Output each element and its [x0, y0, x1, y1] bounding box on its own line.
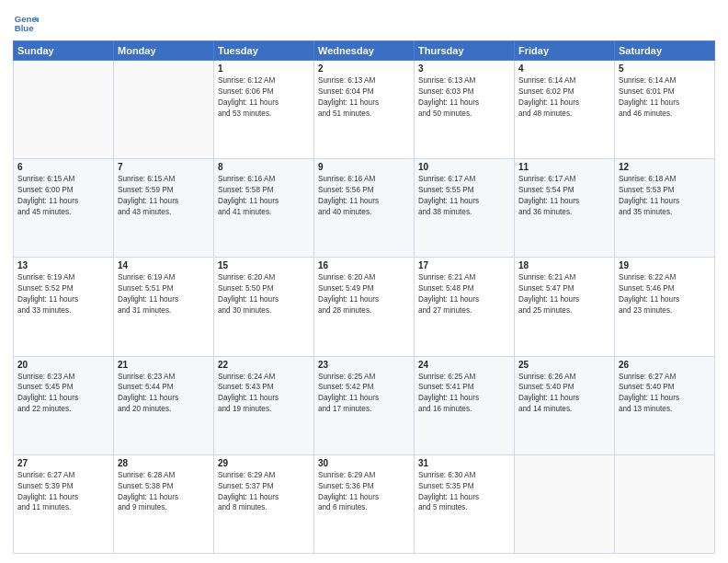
- cell-info: Sunrise: 6:16 AM Sunset: 5:58 PM Dayligh…: [218, 174, 310, 218]
- day-header-saturday: Saturday: [615, 41, 715, 61]
- day-header-wednesday: Wednesday: [314, 41, 415, 61]
- day-number: 1: [218, 63, 310, 74]
- day-number: 29: [218, 458, 310, 468]
- day-number: 15: [218, 260, 310, 270]
- cell-info: Sunrise: 6:14 AM Sunset: 6:01 PM Dayligh…: [619, 75, 711, 120]
- calendar-cell: 23Sunrise: 6:25 AM Sunset: 5:42 PM Dayli…: [314, 356, 415, 454]
- calendar-cell: 30Sunrise: 6:29 AM Sunset: 5:36 PM Dayli…: [314, 454, 415, 553]
- day-number: 18: [518, 260, 610, 270]
- cell-info: Sunrise: 6:22 AM Sunset: 5:46 PM Dayligh…: [619, 272, 711, 316]
- cell-info: Sunrise: 6:13 AM Sunset: 6:03 PM Dayligh…: [418, 75, 510, 120]
- calendar-cell: 5Sunrise: 6:14 AM Sunset: 6:01 PM Daylig…: [615, 61, 715, 159]
- day-number: 5: [619, 63, 711, 74]
- cell-info: Sunrise: 6:12 AM Sunset: 6:06 PM Dayligh…: [218, 75, 310, 120]
- calendar-cell: 29Sunrise: 6:29 AM Sunset: 5:37 PM Dayli…: [214, 454, 314, 553]
- cell-info: Sunrise: 6:28 AM Sunset: 5:38 PM Dayligh…: [118, 470, 210, 514]
- calendar-cell: 14Sunrise: 6:19 AM Sunset: 5:51 PM Dayli…: [114, 258, 214, 356]
- calendar-cell: 11Sunrise: 6:17 AM Sunset: 5:54 PM Dayli…: [515, 159, 615, 258]
- cell-info: Sunrise: 6:19 AM Sunset: 5:52 PM Dayligh…: [17, 272, 109, 316]
- calendar-week-1: 1Sunrise: 6:12 AM Sunset: 6:06 PM Daylig…: [14, 61, 715, 159]
- cell-info: Sunrise: 6:20 AM Sunset: 5:50 PM Dayligh…: [218, 272, 310, 316]
- day-header-sunday: Sunday: [14, 41, 114, 61]
- calendar-cell: 26Sunrise: 6:27 AM Sunset: 5:40 PM Dayli…: [615, 356, 715, 454]
- day-number: 13: [17, 260, 109, 270]
- day-number: 3: [418, 63, 510, 74]
- day-number: 31: [418, 458, 510, 468]
- calendar-cell: 15Sunrise: 6:20 AM Sunset: 5:50 PM Dayli…: [214, 258, 314, 356]
- calendar-cell: 12Sunrise: 6:18 AM Sunset: 5:53 PM Dayli…: [615, 159, 715, 258]
- day-number: 21: [118, 360, 210, 370]
- day-number: 17: [418, 260, 510, 270]
- cell-info: Sunrise: 6:20 AM Sunset: 5:49 PM Dayligh…: [318, 272, 410, 316]
- cell-info: Sunrise: 6:27 AM Sunset: 5:40 PM Dayligh…: [619, 372, 711, 416]
- cell-info: Sunrise: 6:30 AM Sunset: 5:35 PM Dayligh…: [418, 470, 510, 514]
- logo-icon: General Blue: [13, 9, 39, 35]
- cell-info: Sunrise: 6:23 AM Sunset: 5:44 PM Dayligh…: [118, 372, 210, 416]
- day-number: 4: [518, 63, 610, 74]
- calendar-cell: 18Sunrise: 6:21 AM Sunset: 5:47 PM Dayli…: [515, 258, 615, 356]
- day-number: 19: [619, 260, 711, 270]
- calendar-cell: 16Sunrise: 6:20 AM Sunset: 5:49 PM Dayli…: [314, 258, 415, 356]
- cell-info: Sunrise: 6:29 AM Sunset: 5:37 PM Dayligh…: [218, 470, 310, 514]
- day-number: 8: [218, 162, 310, 172]
- calendar-cell: 17Sunrise: 6:21 AM Sunset: 5:48 PM Dayli…: [415, 258, 515, 356]
- calendar-header-row: SundayMondayTuesdayWednesdayThursdayFrid…: [14, 41, 715, 61]
- day-number: 27: [17, 458, 109, 468]
- calendar-cell: 31Sunrise: 6:30 AM Sunset: 5:35 PM Dayli…: [415, 454, 515, 553]
- day-number: 10: [418, 162, 510, 172]
- calendar-page: General Blue SundayMondayTuesdayWednesda…: [0, 0, 728, 563]
- day-number: 28: [118, 458, 210, 468]
- cell-info: Sunrise: 6:29 AM Sunset: 5:36 PM Dayligh…: [318, 470, 410, 514]
- cell-info: Sunrise: 6:17 AM Sunset: 5:54 PM Dayligh…: [518, 174, 610, 218]
- day-number: 12: [619, 162, 711, 172]
- cell-info: Sunrise: 6:23 AM Sunset: 5:45 PM Dayligh…: [17, 372, 109, 416]
- calendar-cell: 7Sunrise: 6:15 AM Sunset: 5:59 PM Daylig…: [114, 159, 214, 258]
- cell-info: Sunrise: 6:19 AM Sunset: 5:51 PM Dayligh…: [118, 272, 210, 316]
- cell-info: Sunrise: 6:16 AM Sunset: 5:56 PM Dayligh…: [318, 174, 410, 218]
- calendar-cell: 22Sunrise: 6:24 AM Sunset: 5:43 PM Dayli…: [214, 356, 314, 454]
- calendar-cell: 24Sunrise: 6:25 AM Sunset: 5:41 PM Dayli…: [415, 356, 515, 454]
- cell-info: Sunrise: 6:18 AM Sunset: 5:53 PM Dayligh…: [619, 174, 711, 218]
- day-number: 24: [418, 360, 510, 370]
- day-number: 16: [318, 260, 410, 270]
- cell-info: Sunrise: 6:13 AM Sunset: 6:04 PM Dayligh…: [318, 75, 410, 120]
- calendar-table: SundayMondayTuesdayWednesdayThursdayFrid…: [13, 40, 715, 554]
- day-number: 20: [17, 360, 109, 370]
- page-header: General Blue: [13, 9, 715, 35]
- calendar-week-3: 13Sunrise: 6:19 AM Sunset: 5:52 PM Dayli…: [14, 258, 715, 356]
- svg-text:Blue: Blue: [15, 23, 34, 33]
- calendar-cell: 6Sunrise: 6:15 AM Sunset: 6:00 PM Daylig…: [14, 159, 114, 258]
- calendar-cell: 13Sunrise: 6:19 AM Sunset: 5:52 PM Dayli…: [14, 258, 114, 356]
- cell-info: Sunrise: 6:15 AM Sunset: 6:00 PM Dayligh…: [17, 174, 109, 218]
- day-header-tuesday: Tuesday: [214, 41, 314, 61]
- cell-info: Sunrise: 6:14 AM Sunset: 6:02 PM Dayligh…: [518, 75, 610, 120]
- day-number: 9: [318, 162, 410, 172]
- calendar-week-5: 27Sunrise: 6:27 AM Sunset: 5:39 PM Dayli…: [14, 454, 715, 553]
- logo: General Blue: [13, 9, 42, 35]
- cell-info: Sunrise: 6:26 AM Sunset: 5:40 PM Dayligh…: [518, 372, 610, 416]
- cell-info: Sunrise: 6:15 AM Sunset: 5:59 PM Dayligh…: [118, 174, 210, 218]
- calendar-cell: [114, 61, 214, 159]
- day-number: 11: [518, 162, 610, 172]
- calendar-cell: 20Sunrise: 6:23 AM Sunset: 5:45 PM Dayli…: [14, 356, 114, 454]
- calendar-cell: [615, 454, 715, 553]
- calendar-cell: 25Sunrise: 6:26 AM Sunset: 5:40 PM Dayli…: [515, 356, 615, 454]
- cell-info: Sunrise: 6:21 AM Sunset: 5:47 PM Dayligh…: [518, 272, 610, 316]
- calendar-cell: 27Sunrise: 6:27 AM Sunset: 5:39 PM Dayli…: [14, 454, 114, 553]
- cell-info: Sunrise: 6:24 AM Sunset: 5:43 PM Dayligh…: [218, 372, 310, 416]
- calendar-cell: 2Sunrise: 6:13 AM Sunset: 6:04 PM Daylig…: [314, 61, 415, 159]
- day-number: 7: [118, 162, 210, 172]
- calendar-cell: [515, 454, 615, 553]
- day-number: 23: [318, 360, 410, 370]
- day-number: 25: [518, 360, 610, 370]
- cell-info: Sunrise: 6:21 AM Sunset: 5:48 PM Dayligh…: [418, 272, 510, 316]
- day-header-monday: Monday: [114, 41, 214, 61]
- day-header-thursday: Thursday: [415, 41, 515, 61]
- calendar-week-2: 6Sunrise: 6:15 AM Sunset: 6:00 PM Daylig…: [14, 159, 715, 258]
- calendar-cell: 10Sunrise: 6:17 AM Sunset: 5:55 PM Dayli…: [415, 159, 515, 258]
- calendar-cell: [14, 61, 114, 159]
- calendar-cell: 28Sunrise: 6:28 AM Sunset: 5:38 PM Dayli…: [114, 454, 214, 553]
- day-number: 22: [218, 360, 310, 370]
- calendar-cell: 8Sunrise: 6:16 AM Sunset: 5:58 PM Daylig…: [214, 159, 314, 258]
- cell-info: Sunrise: 6:27 AM Sunset: 5:39 PM Dayligh…: [17, 470, 109, 514]
